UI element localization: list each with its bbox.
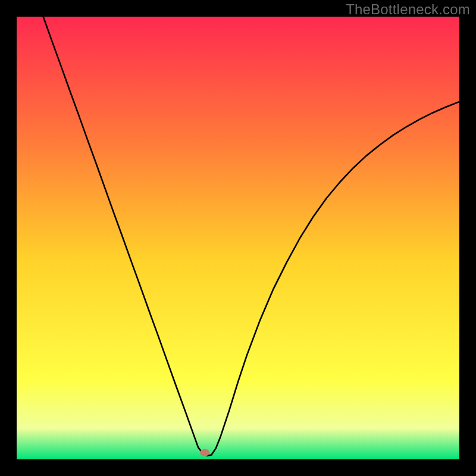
watermark-text: TheBottleneck.com xyxy=(346,1,470,18)
gradient-background xyxy=(17,17,459,459)
minimum-marker xyxy=(200,449,209,456)
chart-frame: TheBottleneck.com xyxy=(0,0,476,476)
plot-area xyxy=(17,17,459,459)
plot-svg xyxy=(17,17,459,459)
